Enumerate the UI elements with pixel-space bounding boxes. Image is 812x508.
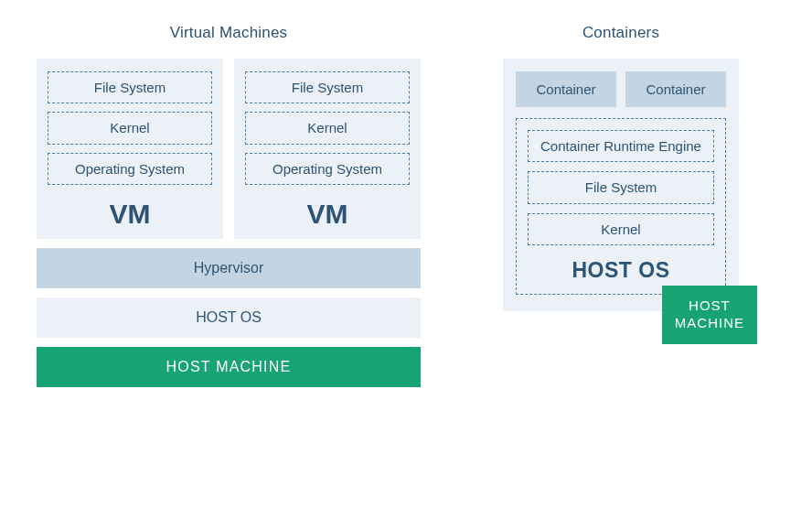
host-os-layer: HOST OS: [37, 297, 421, 338]
vm-stack: File System Kernel Operating System VM F…: [37, 59, 421, 387]
vm-column: Virtual Machines File System Kernel Oper…: [37, 24, 421, 387]
container-chip-2: Container: [625, 71, 726, 107]
vm-block-2: File System Kernel Operating System VM: [234, 59, 421, 239]
vm2-filesystem: File System: [245, 71, 410, 103]
ct-top-row: Container Container: [516, 71, 726, 107]
containers-column: Containers Container Container Container…: [503, 24, 739, 311]
host-os-block: Container Runtime Engine File System Ker…: [516, 118, 726, 295]
vm2-label: VM: [245, 199, 410, 230]
container-runtime: Container Runtime Engine: [528, 130, 714, 162]
vm1-label: VM: [48, 199, 212, 230]
vm-block-1: File System Kernel Operating System VM: [37, 59, 223, 239]
vm-pair: File System Kernel Operating System VM F…: [37, 59, 421, 239]
vm1-os: Operating System: [48, 153, 212, 185]
hypervisor-layer: Hypervisor: [37, 248, 421, 288]
ct-title: Containers: [582, 24, 659, 42]
diagram-root: Virtual Machines File System Kernel Oper…: [37, 24, 775, 387]
host-machine-layer: HOST MACHINE: [37, 347, 421, 387]
ct-kernel: Kernel: [528, 213, 714, 245]
vm1-filesystem: File System: [48, 71, 212, 103]
vm2-os: Operating System: [245, 153, 410, 185]
vm1-kernel: Kernel: [48, 112, 212, 144]
vm2-kernel: Kernel: [245, 112, 410, 144]
ct-outer: Container Container Container Runtime En…: [503, 59, 739, 311]
container-chip-1: Container: [516, 71, 616, 107]
vm-title: Virtual Machines: [170, 24, 288, 42]
ct-host-machine-badge: HOSTMACHINE: [662, 286, 757, 344]
ct-filesystem: File System: [528, 171, 714, 203]
ct-host-os-label: HOST OS: [528, 258, 714, 283]
ct-wrap: Container Container Container Runtime En…: [503, 59, 739, 311]
